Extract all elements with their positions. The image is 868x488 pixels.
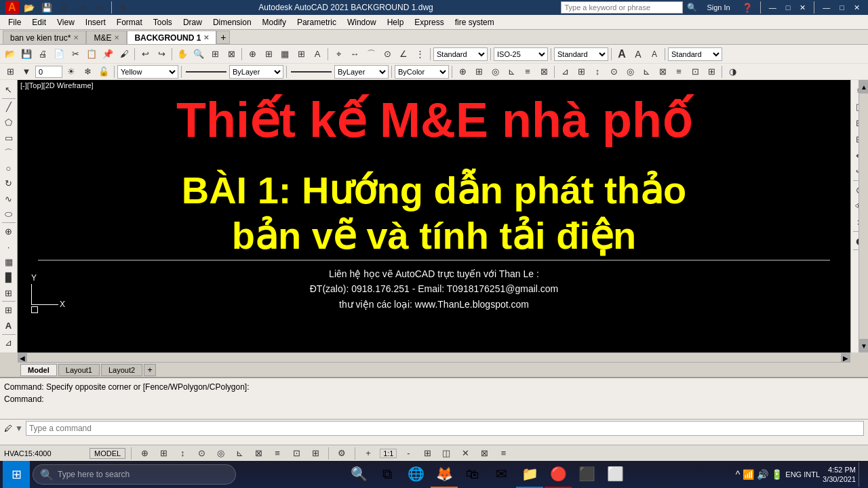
menu-express[interactable]: Express: [409, 16, 449, 28]
tb-dim-icon[interactable]: ⌖: [331, 47, 346, 62]
taskbar-taskview[interactable]: ⧉: [374, 461, 401, 488]
snap-toggle[interactable]: ⊕: [137, 446, 152, 461]
tb-undo-icon[interactable]: ↩: [138, 47, 153, 62]
tb-zoomext-icon[interactable]: ⊞: [208, 47, 222, 62]
lt-gradient-icon[interactable]: ▉: [1, 270, 16, 285]
scale-display[interactable]: 1:1: [380, 449, 397, 458]
lt-select-icon[interactable]: ↖: [1, 83, 16, 97]
maximize-button[interactable]: □: [783, 3, 793, 12]
tb-icon[interactable]: 💾: [39, 0, 54, 15]
scroll-up-button[interactable]: ▲: [859, 80, 868, 94]
lt-3d-icon[interactable]: ⊿: [1, 336, 16, 350]
help-icon[interactable]: ❓: [740, 0, 755, 15]
osnap-icon[interactable]: ◎: [488, 64, 502, 79]
tb-cut-icon[interactable]: ✂: [68, 47, 83, 62]
app-maximize-button[interactable]: □: [837, 3, 847, 12]
autocad-logo-icon[interactable]: A: [5, 1, 19, 14]
lweight-icon[interactable]: ≡: [520, 64, 535, 79]
layout-tab-model[interactable]: Model: [20, 364, 57, 376]
menu-tools[interactable]: Tools: [148, 16, 178, 28]
model-space-label[interactable]: MODEL: [90, 448, 125, 459]
tb-insert-icon[interactable]: ⊕: [245, 47, 260, 62]
taskbar-explorer[interactable]: 📁: [516, 461, 543, 488]
lt-region-icon[interactable]: ⊞: [1, 286, 16, 300]
lweight2-icon[interactable]: ≡: [671, 64, 686, 79]
qprop-toggle[interactable]: ⊞: [308, 446, 323, 461]
tb-hatch-icon[interactable]: ▦: [277, 47, 292, 62]
menu-modify[interactable]: Modify: [257, 16, 292, 28]
horizontal-scrollbar[interactable]: ◀ ▶: [18, 352, 850, 362]
show-desktop-icon[interactable]: [859, 462, 863, 487]
lt-table-icon[interactable]: ⊞: [1, 303, 16, 317]
tray-battery-icon[interactable]: 🔋: [771, 469, 783, 480]
tb-icon[interactable]: ▼: [116, 0, 131, 15]
lt-rev-icon[interactable]: ↻: [1, 177, 16, 191]
scroll-right-button[interactable]: ▶: [841, 353, 850, 363]
lt-mtext-icon[interactable]: A: [1, 319, 16, 333]
ucs-icon[interactable]: ⊿: [557, 64, 572, 79]
tb-dimlin-icon[interactable]: ↔: [347, 47, 362, 62]
qprop-icon[interactable]: ⊞: [704, 64, 719, 79]
lt-insert-icon[interactable]: ⊕: [1, 224, 16, 239]
lt-point-icon[interactable]: ·: [1, 240, 16, 254]
tb-textA1-icon[interactable]: A: [614, 47, 629, 62]
customize-icon[interactable]: ≡: [496, 446, 511, 461]
tab-close-icon[interactable]: ✕: [203, 34, 209, 41]
scroll-down-button[interactable]: ▼: [859, 339, 868, 352]
app-close-button[interactable]: ✕: [851, 3, 863, 12]
menu-draw[interactable]: Draw: [178, 16, 208, 28]
tab-ban-ve-kien-truc[interactable]: ban ve kien truc* ✕: [3, 30, 86, 44]
taskbar-store[interactable]: 🛍: [459, 461, 486, 488]
search-icon[interactable]: 🔍: [687, 3, 697, 12]
scroll-track[interactable]: [859, 94, 868, 352]
taskbar-search-bar[interactable]: 🔍 Type here to search: [33, 464, 236, 485]
zoom-in-status[interactable]: +: [361, 446, 376, 461]
ui-icon[interactable]: ◫: [439, 446, 454, 461]
lt-hatch-icon[interactable]: ▦: [1, 256, 16, 270]
osnap-toggle[interactable]: ◎: [213, 446, 228, 461]
tb-print2-icon[interactable]: 📄: [52, 47, 66, 62]
lt-circle-icon[interactable]: ○: [1, 161, 16, 176]
menu-format[interactable]: Format: [111, 16, 148, 28]
tb-icon[interactable]: 🖨: [57, 0, 72, 15]
keyword-search-input[interactable]: [561, 1, 683, 14]
layout-tab-layout1[interactable]: Layout1: [58, 364, 100, 376]
menu-parametric[interactable]: Parametric: [292, 16, 342, 28]
tb-icon[interactable]: ↪: [92, 0, 107, 15]
tb-pan-icon[interactable]: ✋: [175, 47, 190, 62]
close-status-icon[interactable]: ✕: [458, 446, 473, 461]
lt-spline-icon[interactable]: ∿: [1, 192, 16, 206]
tab-close-icon[interactable]: ✕: [114, 34, 119, 41]
tray-clock[interactable]: 4:52 PM 3/30/2021: [823, 465, 856, 485]
layout-add-button[interactable]: +: [144, 364, 156, 376]
ortho-icon[interactable]: ↕: [590, 64, 605, 79]
menu-file[interactable]: File: [3, 16, 26, 28]
otrack2-icon[interactable]: ⊾: [639, 64, 654, 79]
otrack-icon[interactable]: ⊾: [504, 64, 519, 79]
command-text-input[interactable]: [26, 421, 864, 436]
tspace2-icon[interactable]: ⊡: [688, 64, 703, 79]
layer-dropdown-icon[interactable]: ▼: [19, 64, 34, 79]
tb-table-icon[interactable]: ⊞: [294, 47, 309, 62]
drawing-area[interactable]: [-][Top][2D Wireframe] Thiết kế M&E nhà …: [18, 80, 850, 352]
tab-background1[interactable]: BACKGROUND 1 ✕: [127, 30, 216, 44]
taskbar-firefox[interactable]: 🦊: [431, 461, 458, 488]
taskbar-autocad[interactable]: 🔴: [545, 461, 572, 488]
lt-rect-icon[interactable]: ▭: [1, 131, 16, 145]
plotstyle-select[interactable]: ByColor: [395, 65, 449, 79]
textstyle-select[interactable]: Standard: [554, 47, 608, 61]
tb-dimqd-icon[interactable]: ⋮: [412, 47, 427, 62]
isolate-icon[interactable]: ◑: [725, 64, 740, 79]
polar-toggle[interactable]: ⊙: [194, 446, 209, 461]
dimstyle-select[interactable]: ISO-25: [494, 47, 548, 61]
tab-add-button[interactable]: +: [216, 30, 230, 44]
grid-toggle[interactable]: ⊞: [156, 446, 171, 461]
hscroll-track[interactable]: [27, 353, 841, 363]
scroll-left-button[interactable]: ◀: [18, 353, 27, 363]
allow-disallow-toggle[interactable]: ⊠: [251, 446, 266, 461]
layout-tab-layout2[interactable]: Layout2: [101, 364, 142, 376]
menu-firesystem[interactable]: fire system: [450, 16, 500, 28]
minimize-button[interactable]: —: [766, 3, 779, 12]
grid-icon[interactable]: ⊞: [574, 64, 589, 79]
lt-poly-icon[interactable]: ⬠: [1, 115, 16, 129]
